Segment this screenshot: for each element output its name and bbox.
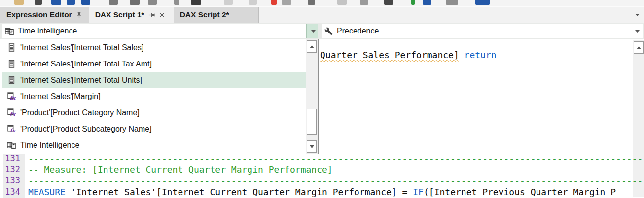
- folder-icon[interactable]: [14, 0, 24, 5]
- script-run-icon[interactable]: [446, 0, 458, 5]
- globe-icon[interactable]: [81, 0, 90, 5]
- code-segment: ([Internet Previous Quarter Margin P: [424, 187, 616, 197]
- code-segment: [459, 50, 465, 60]
- calculated-column-icon: fx: [6, 92, 16, 100]
- tab-label: Expression Editor: [6, 10, 72, 19]
- dropdown-item-label: 'Internet Sales'[Internet Total Units]: [20, 76, 142, 85]
- scroll-down-icon: [310, 145, 314, 148]
- script-new-icon[interactable]: [475, 0, 490, 5]
- dropdown-item-label: 'Product'[Product Category Name]: [20, 108, 140, 117]
- dropdown-item-label: 'Internet Sales'[Margin]: [20, 92, 101, 101]
- dropdown-item-label: 'Internet Sales'[Internet Total Tax Amt]: [20, 60, 152, 68]
- record-icon[interactable]: [271, 0, 277, 5]
- toolbar: [0, 0, 644, 6]
- line-number: 131: [3, 153, 23, 163]
- disabled-grid-icon[interactable]: [249, 0, 257, 5]
- dropdown-item[interactable]: fx'Internet Sales'[Margin]: [2, 88, 306, 104]
- wand-icon[interactable]: [360, 0, 368, 5]
- chevron-down-icon[interactable]: [635, 14, 640, 16]
- code-segment: ----------------------------------------…: [28, 175, 644, 186]
- underline-icon[interactable]: [51, 0, 61, 5]
- scrollbar-thumb[interactable]: [307, 109, 317, 135]
- combobox-value: Precedence: [337, 27, 379, 35]
- code-segment: Quarter Sales Performance]: [320, 50, 459, 60]
- scroll-up-button[interactable]: [307, 40, 317, 53]
- tab-dax-script-1[interactable]: DAX Script 1*: [89, 7, 174, 23]
- tab-dax-script-2[interactable]: DAX Script 2*: [174, 7, 259, 23]
- list-icon[interactable]: [282, 0, 291, 5]
- dropdown-item[interactable]: 'Internet Sales'[Internet Total Tax Amt]: [2, 56, 306, 72]
- disabled-doc-icon[interactable]: [224, 0, 233, 5]
- calculated-column-icon: fx: [6, 125, 16, 133]
- scroll-down-button[interactable]: [307, 140, 317, 153]
- code-line-133: 133-------------------------------------…: [0, 175, 644, 186]
- svg-text:fx: fx: [9, 128, 15, 133]
- calculated-table-icon: [6, 141, 16, 149]
- measure-icon: [6, 43, 16, 52]
- code-line-text: ----------------------------------------…: [28, 153, 644, 164]
- line-number: 133: [3, 175, 23, 185]
- table-icon[interactable]: [130, 0, 140, 5]
- combobox-value: Time Intelligence: [18, 27, 77, 35]
- code-line-partial: Quarter Sales Performance] return: [320, 50, 497, 60]
- fill-icon[interactable]: [308, 0, 315, 5]
- dropdown-item[interactable]: Time Intelligence: [2, 137, 306, 153]
- chevron-down-icon: [311, 30, 316, 33]
- dropdown-button[interactable]: [630, 24, 643, 38]
- toolbar-separator: [214, 0, 214, 5]
- tab-expression-editor[interactable]: Expression Editor: [0, 7, 89, 23]
- code-line-text: MEASURE 'Internet Sales'[Internet Curren…: [28, 187, 616, 197]
- dropdown-item-label: 'Product'[Product Subcategory Name]: [20, 125, 152, 133]
- pin-unpinned-icon[interactable]: [148, 11, 155, 19]
- code-segment: return: [465, 50, 497, 60]
- code-line-text: ----------------------------------------…: [28, 175, 644, 186]
- tab-label: DAX Script 2*: [180, 10, 229, 19]
- dropdown-item[interactable]: fx'Product'[Product Subcategory Name]: [2, 121, 306, 137]
- measure-icon: [6, 60, 16, 68]
- scroll-up-button[interactable]: [634, 41, 644, 54]
- svg-text:fx: fx: [9, 111, 15, 117]
- code-segment: IF: [413, 187, 424, 197]
- line-number: 134: [3, 187, 23, 197]
- dropdown-item-label: Time Intelligence: [20, 141, 79, 150]
- code-segment: -- Measure: [Internet Current Quarter Ma…: [28, 165, 333, 175]
- tab-label: DAX Script 1*: [95, 10, 144, 19]
- code-segment: MEASURE: [28, 187, 66, 197]
- dropdown-items: 'Internet Sales'[Internet Total Sales]'I…: [2, 39, 306, 153]
- precedence-selector-combobox[interactable]: Precedence: [322, 24, 643, 38]
- tab-bar: Expression EditorDAX Script 1*DAX Script…: [0, 6, 644, 23]
- disabled-tool-icon[interactable]: [337, 0, 347, 5]
- stamp-icon[interactable]: [191, 0, 201, 5]
- code-segment: ----------------------------------------…: [28, 153, 644, 164]
- dropdown-item[interactable]: fx'Product'[Product Category Name]: [2, 104, 306, 121]
- code-line-134: 134MEASURE 'Internet Sales'[Internet Cur…: [0, 187, 644, 198]
- key-icon[interactable]: [148, 0, 157, 5]
- code-line-131: 131-------------------------------------…: [0, 153, 644, 164]
- import-icon[interactable]: [35, 0, 42, 5]
- window-icon[interactable]: [109, 0, 118, 5]
- check-icon[interactable]: [411, 0, 415, 5]
- wrench-icon: [324, 27, 333, 35]
- dropdown-scrollbar[interactable]: [306, 39, 318, 154]
- code-line-text: -- Measure: [Internet Current Quarter Ma…: [28, 165, 333, 175]
- close-icon[interactable]: [159, 12, 165, 18]
- object-selector-combobox[interactable]: Time Intelligence: [2, 24, 318, 38]
- dropdown-button[interactable]: [306, 24, 318, 38]
- app-window: Expression EditorDAX Script 1*DAX Script…: [0, 0, 644, 198]
- frame-icon[interactable]: [384, 0, 393, 5]
- dropdown-item[interactable]: 'Internet Sales'[Internet Total Sales]: [2, 39, 306, 56]
- calculated-column-icon: fx: [6, 108, 16, 117]
- toolbar-separator: [324, 0, 324, 5]
- tag-icon[interactable]: [174, 0, 179, 5]
- combobox-row: Time Intelligence Precedence: [0, 23, 644, 39]
- measure-icon: [6, 76, 16, 84]
- dropdown-item[interactable]: 'Internet Sales'[Internet Total Units]: [2, 72, 306, 88]
- toolbar-separator: [96, 0, 96, 5]
- scroll-up-icon: [637, 46, 641, 49]
- blue-block-icon[interactable]: [423, 0, 431, 5]
- object-dropdown-list: 'Internet Sales'[Internet Total Sales]'I…: [2, 39, 319, 154]
- pin-pinned-icon[interactable]: [75, 11, 83, 19]
- block-icon[interactable]: [67, 0, 75, 5]
- line-number: 132: [3, 165, 23, 174]
- chevron-down-icon: [635, 30, 640, 33]
